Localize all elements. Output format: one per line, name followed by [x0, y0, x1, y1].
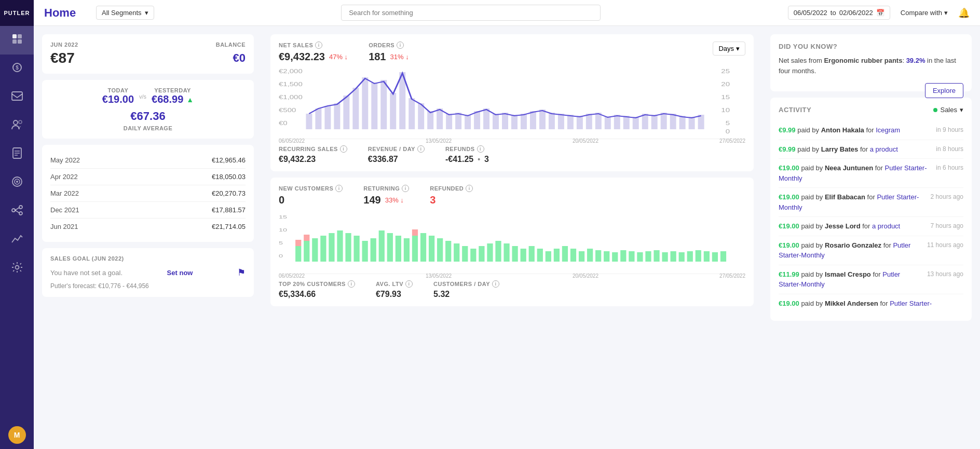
- activity-amount-3: €19.00: [779, 193, 799, 201]
- svg-rect-131: [696, 250, 701, 262]
- chevron-down-icon: ▾: [145, 9, 148, 17]
- today-value: €19.00: [102, 93, 134, 105]
- revenue-day-info[interactable]: i: [417, 145, 425, 153]
- refunded-value: 3: [430, 194, 435, 206]
- svg-rect-41: [380, 80, 387, 129]
- svg-rect-85: [320, 236, 326, 262]
- sidebar-item-people[interactable]: [0, 112, 34, 140]
- activity-product-0[interactable]: Icegram: [876, 126, 900, 134]
- sidebar-item-settings[interactable]: [0, 254, 34, 283]
- days-dropdown[interactable]: Days ▾: [713, 42, 745, 56]
- chevron-down-icon-days: ▾: [736, 45, 740, 52]
- customers-metrics-row: NEW CUSTOMERS i 0 RETURNING i: [279, 185, 745, 206]
- revenue-day-label: REVENUE / DAY: [368, 146, 415, 152]
- orders-info[interactable]: i: [397, 42, 404, 49]
- search-bar-container: [341, 5, 601, 21]
- returning-value: 149: [363, 194, 380, 206]
- avatar[interactable]: M: [8, 426, 26, 444]
- search-input[interactable]: [341, 5, 601, 21]
- sidebar-item-analytics[interactable]: [0, 226, 34, 254]
- svg-text:15: 15: [279, 214, 287, 220]
- monthly-label-1: Apr 2022: [50, 173, 78, 181]
- refunded-metric: REFUNDED i 3: [430, 185, 473, 206]
- svg-text:€2,000: €2,000: [279, 69, 303, 75]
- svg-rect-98: [420, 233, 426, 262]
- activity-product-7[interactable]: Putler Starter-: [890, 300, 932, 307]
- refunds-info[interactable]: i: [477, 145, 484, 153]
- svg-rect-65: [605, 116, 611, 129]
- affiliates-icon: [11, 205, 23, 219]
- sidebar-item-inbox[interactable]: [0, 83, 34, 112]
- activity-text-7: €19.00 paid by Mikkel Andersen for Putle…: [779, 298, 958, 309]
- svg-rect-112: [537, 249, 543, 262]
- segment-dropdown[interactable]: All Segments ▾: [96, 6, 154, 20]
- svg-rect-91: [371, 238, 376, 262]
- activity-header: ACTIVITY Sales ▾: [779, 106, 963, 114]
- svg-rect-62: [577, 116, 583, 129]
- reports-icon: [12, 147, 22, 161]
- activity-product-1[interactable]: a product: [870, 145, 898, 153]
- activity-text-4: €19.00 paid by Jesse Lord for a product: [779, 221, 925, 232]
- net-sales-label: NET SALES: [279, 42, 313, 48]
- svg-text:0: 0: [726, 129, 730, 135]
- dyk-percentage: 39.2%: [906, 57, 925, 64]
- balance-header: JUN 2022 BALANCE: [50, 42, 246, 48]
- customers-per-day-info[interactable]: i: [492, 280, 499, 288]
- svg-rect-80: [295, 246, 301, 262]
- svg-rect-3: [18, 39, 22, 44]
- compare-with-dropdown[interactable]: Compare with ▾: [901, 9, 948, 17]
- activity-time-5: 11 hours ago: [927, 240, 963, 261]
- set-now-link[interactable]: Set now: [167, 269, 193, 277]
- period-value: €87: [50, 50, 75, 66]
- content-area: JUN 2022 BALANCE €87 €0 TODAY €19.00 v/s: [34, 26, 980, 449]
- sidebar-item-goals[interactable]: [0, 169, 34, 197]
- activity-payer-2: Neea Juntunen: [825, 164, 873, 172]
- svg-rect-46: [427, 111, 433, 129]
- svg-rect-110: [521, 249, 526, 262]
- refunded-info[interactable]: i: [466, 185, 473, 192]
- sidebar-item-affiliates[interactable]: [0, 197, 34, 226]
- customers-per-day-metric: CUSTOMERS / DAY i 5.32: [433, 280, 499, 299]
- recurring-info[interactable]: i: [340, 145, 347, 153]
- svg-text:20: 20: [721, 81, 730, 88]
- revenue-day-value: €336.87: [368, 155, 398, 164]
- notification-bell[interactable]: 🔔: [958, 7, 970, 19]
- svg-rect-68: [633, 117, 639, 129]
- date-range-picker[interactable]: 06/05/2022 to 02/06/2022 📅: [788, 6, 890, 20]
- svg-rect-53: [493, 114, 499, 129]
- svg-line-20: [15, 210, 19, 213]
- flag-icon[interactable]: ⚑: [237, 267, 246, 278]
- sidebar-item-payments[interactable]: $: [0, 55, 34, 83]
- sidebar-item-dashboard[interactable]: [0, 26, 34, 55]
- monthly-value-0: €12,965.46: [212, 156, 246, 164]
- sidebar-item-reports[interactable]: [0, 140, 34, 169]
- sales-goal-title: SALES GOAL (JUN 2022): [50, 255, 246, 262]
- activity-item-2: €19.00 paid by Neea Juntunen for Putler …: [779, 159, 963, 188]
- svg-text:€1,500: €1,500: [279, 81, 303, 88]
- svg-point-21: [15, 266, 19, 269]
- svg-rect-61: [567, 115, 574, 129]
- returning-info[interactable]: i: [402, 185, 409, 192]
- svg-rect-99: [429, 236, 434, 262]
- balance-values: €87 €0: [50, 50, 246, 66]
- activity-payer-6: Ismael Crespo: [825, 270, 871, 278]
- sales-filter[interactable]: Sales ▾: [933, 106, 963, 114]
- svg-rect-101: [445, 241, 451, 262]
- activity-product-4[interactable]: a product: [872, 222, 900, 230]
- did-you-know-card: DID YOU KNOW? Net sales from Ergonomic r…: [770, 34, 972, 91]
- payments-icon: $: [11, 62, 23, 76]
- svg-text:0: 0: [279, 253, 283, 258]
- sidebar-avatar-container[interactable]: M: [0, 420, 34, 449]
- top-customers-info[interactable]: i: [348, 280, 355, 288]
- net-sales-chart: €2,000 €1,500 €1,000 €500 €0 25 20 15 10…: [279, 67, 745, 134]
- explore-button[interactable]: Explore: [925, 83, 963, 98]
- svg-rect-109: [512, 246, 518, 262]
- avg-ltv-info[interactable]: i: [405, 280, 413, 288]
- svg-rect-35: [324, 106, 331, 129]
- recurring-sales-value: €9,432.23: [279, 155, 316, 164]
- svg-rect-116: [570, 249, 576, 262]
- net-sales-orders-row: NET SALES i €9,432.23 47% ↓ ORDERS: [279, 42, 713, 63]
- new-customers-info[interactable]: i: [335, 185, 343, 192]
- svg-rect-92: [379, 230, 385, 262]
- net-sales-info[interactable]: i: [315, 42, 322, 49]
